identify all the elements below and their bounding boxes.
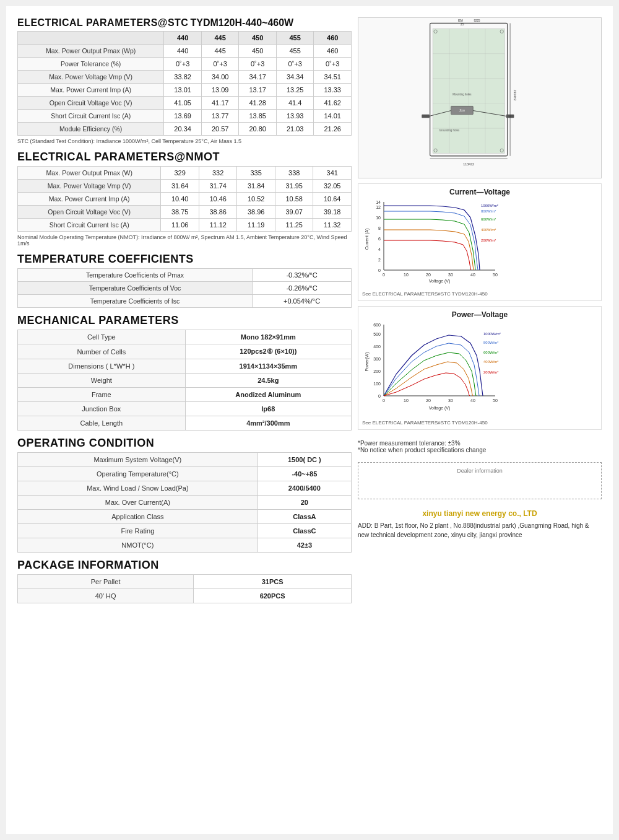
table-row: Cell Type Mono 182×91mm [18, 330, 352, 344]
col-445: 445 [201, 32, 239, 45]
svg-text:200W/m²: 200W/m² [483, 370, 498, 374]
pkg-table: Per Pallet 31PCS 40' HQ 620PCS [17, 574, 352, 603]
row-label: Max. Power Current Imp (A) [18, 84, 164, 97]
table-row: NMOT(°C) 42±3 [18, 538, 352, 553]
table-row: Short Circuit Current Isc (A) 13.6913.77… [18, 110, 352, 123]
row-label: NMOT(°C) [18, 538, 258, 553]
svg-text:0: 0 [383, 273, 385, 277]
pkg-title: PACKAGE INFORMATION [17, 559, 352, 572]
col-label [18, 32, 164, 45]
svg-text:10: 10 [404, 398, 409, 403]
table-row: Temperature Coefficients of Isc +0.054%/… [18, 295, 352, 308]
svg-text:40: 40 [470, 273, 475, 277]
svg-text:9225: 9225 [474, 19, 480, 22]
row-label: Weight [18, 374, 186, 388]
table-row: Max. Power Output Pmax (W) 3293323353383… [18, 167, 352, 180]
row-label: Number of Cells [18, 344, 186, 359]
col-440: 440 [164, 32, 202, 45]
iv-chart-title: Current—Voltage [362, 188, 597, 196]
svg-text:600W/m²: 600W/m² [481, 217, 496, 221]
svg-text:300: 300 [373, 357, 381, 361]
svg-text:0: 0 [378, 268, 381, 273]
row-label: Dimensions ( L*W*H ) [18, 359, 186, 374]
table-row: Open Circuit Voltage Voc (V) 38.7538.863… [18, 206, 352, 219]
svg-text:10: 10 [404, 273, 409, 277]
col-450: 450 [239, 32, 277, 45]
stc-table: 440 445 450 455 460 Max. Power Output Pm… [17, 31, 352, 136]
nmot-title: ELECTRICAL PARAMETERS@NMOT [17, 151, 352, 164]
model-title: TYDM120H-440~460W [190, 17, 293, 28]
svg-text:1914±2: 1914±2 [513, 90, 517, 101]
row-label: Cable, Length [18, 416, 186, 431]
table-row: Operating Temperature(°C) -40~+85 [18, 467, 352, 481]
table-row: Fire Rating ClassC [18, 524, 352, 538]
svg-text:30: 30 [448, 273, 453, 277]
pv-chart-title: Power—Voltage [362, 310, 597, 319]
svg-text:4: 4 [378, 247, 381, 252]
table-row: Number of Cells 120pcs2⑥ (6×10)) [18, 344, 352, 359]
row-label: Maximum System Voltage(V) [18, 453, 258, 467]
table-row: Max. Power Output Pmax (Wp) 440445450455… [18, 45, 352, 58]
svg-text:1000W/m²: 1000W/m² [483, 332, 501, 336]
table-row: Short Circuit Current Isc (A) 11.0611.12… [18, 219, 352, 232]
page: ELECTRICAL PARAMETERS@STC TYDM120H-440~4… [6, 6, 613, 834]
svg-text:20: 20 [426, 273, 431, 277]
nmot-note: Nominal Module Operating Temperature (NM… [17, 234, 352, 247]
mech-table: Cell Type Mono 182×91mm Number of Cells … [17, 330, 352, 431]
svg-text:2: 2 [378, 258, 381, 262]
table-row: Max. Power Voltage Vmp (V) 31.6431.7431.… [18, 180, 352, 193]
mech-title: MECHANICAL PARAMETERS [17, 314, 352, 327]
row-label: Cell Type [18, 330, 186, 344]
dealer-box: Dealer information [358, 462, 602, 499]
svg-text:400: 400 [373, 344, 381, 349]
svg-text:Voltage (V): Voltage (V) [429, 279, 451, 284]
table-row: Temperature Coefficients of Pmax -0.32%/… [18, 269, 352, 282]
svg-text:1000W/m²: 1000W/m² [481, 204, 498, 208]
row-label: Fire Rating [18, 524, 258, 538]
row-label: Frame [18, 388, 186, 402]
svg-text:8: 8 [378, 226, 381, 230]
svg-text:500: 500 [373, 332, 381, 336]
temp-table: Temperature Coefficients of Pmax -0.32%/… [17, 268, 352, 308]
dealer-label: Dealer information [363, 468, 596, 474]
table-row: Cable, Length 4mm²/300mm [18, 416, 352, 431]
company-addr: ADD: B Part, 1st floor, No 2 plant , No.… [358, 521, 602, 540]
svg-text:6: 6 [378, 237, 381, 241]
row-label: Max. Wind Load / Snow Load(Pa) [18, 481, 258, 496]
table-row: Maximum System Voltage(V) 1500( DC ) [18, 453, 352, 467]
iv-note: See ELECTRICAL PARAMETERS#STC TYDM120H-4… [362, 291, 597, 297]
op-table: Maximum System Voltage(V) 1500( DC ) Ope… [17, 452, 352, 553]
row-label: Max. Power Output Pmax (W) [18, 167, 161, 180]
col-455: 455 [276, 32, 314, 45]
row-label: Temperature Coefficients of Voc [18, 282, 253, 295]
table-row: Per Pallet 31PCS [18, 575, 352, 589]
left-column: ELECTRICAL PARAMETERS@STC TYDM120H-440~4… [17, 17, 352, 606]
row-label: Open Circuit Voltage Voc (V) [18, 97, 164, 110]
temp-title: TEMPERATURE COEFFICIENTS [17, 253, 352, 266]
col-460: 460 [314, 32, 352, 45]
stc-header-row: 440 445 450 455 460 [18, 32, 352, 45]
table-row: Frame Anodized Aluminum [18, 388, 352, 402]
svg-text:40: 40 [470, 398, 475, 403]
svg-text:600: 600 [373, 323, 381, 327]
row-label: Max. Power Current Imp (A) [18, 193, 161, 206]
table-row: 40' HQ 620PCS [18, 589, 352, 603]
table-row: Max. Power Current Imp (A) 10.4010.4610.… [18, 193, 352, 206]
row-label: Short Circuit Current Isc (A) [18, 219, 161, 232]
svg-text:30: 30 [448, 398, 453, 403]
iv-chart: 0 2 4 6 8 10 12 14 Current (A) 0 10 20 3… [362, 199, 498, 289]
svg-text:800W/m²: 800W/m² [483, 341, 498, 344]
svg-text:1134±2: 1134±2 [463, 162, 474, 166]
table-row: Weight 24.5kg [18, 374, 352, 388]
svg-text:20: 20 [426, 398, 431, 403]
pv-note: See ELECTRICAL PARAMETERS#STC TYDM120H-4… [362, 420, 597, 426]
row-label: Max. Power Voltage Vmp (V) [18, 180, 161, 193]
pv-chart-container: Power—Voltage 0 100 200 300 400 500 600 … [358, 306, 602, 430]
table-row: Max. Over Current(A) 20 [18, 496, 352, 510]
footer-notes: *Power measurement tolerance: ±3% *No no… [358, 440, 602, 453]
company-info: xinyu tianyi new energy co., LTD ADD: B … [358, 508, 602, 540]
svg-text:800W/m²: 800W/m² [481, 209, 496, 213]
svg-text:Voltage (V): Voltage (V) [429, 406, 451, 411]
row-label: Junction Box [18, 402, 186, 416]
table-row: Max. Power Voltage Vmp (V) 33.8234.0034.… [18, 71, 352, 84]
